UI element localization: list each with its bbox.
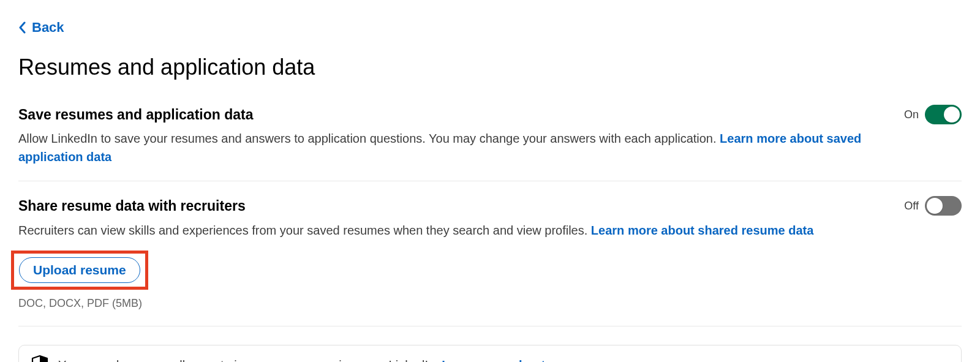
share-desc-text: Recruiters can view skills and experienc… xyxy=(18,224,591,237)
upload-highlight-box: Upload resume xyxy=(11,251,148,290)
share-learn-more-link[interactable]: Learn more about shared resume data xyxy=(591,224,813,237)
share-toggle-label: Off xyxy=(904,198,919,214)
save-toggle-wrap: On xyxy=(904,105,962,124)
share-toggle-wrap: Off xyxy=(904,196,962,216)
section-save-resumes: Save resumes and application data Allow … xyxy=(18,105,962,181)
back-label: Back xyxy=(32,18,64,37)
share-toggle[interactable] xyxy=(925,196,962,216)
save-desc-text: Allow LinkedIn to save your resumes and … xyxy=(18,132,720,145)
info-text-body: Your saved resumes allow us to improve y… xyxy=(58,358,442,362)
share-section-desc: Recruiters can view skills and experienc… xyxy=(18,221,880,239)
info-banner: Your saved resumes allow us to improve y… xyxy=(18,345,962,362)
section-share-resume: Share resume data with recruiters Recrui… xyxy=(18,196,962,326)
file-type-hint: DOC, DOCX, PDF (5MB) xyxy=(18,296,962,311)
info-banner-text: Your saved resumes allow us to improve y… xyxy=(58,356,631,362)
save-section-desc: Allow LinkedIn to save your resumes and … xyxy=(18,129,880,166)
info-learn-more-link[interactable]: Learn more about resume usage xyxy=(442,358,631,362)
save-toggle-label: On xyxy=(904,107,919,123)
shield-icon xyxy=(31,355,48,362)
share-section-title: Share resume data with recruiters xyxy=(18,196,880,216)
chevron-left-icon xyxy=(18,21,27,34)
save-toggle[interactable] xyxy=(925,105,962,124)
toggle-knob xyxy=(944,107,960,123)
back-link[interactable]: Back xyxy=(18,18,64,37)
upload-resume-button[interactable]: Upload resume xyxy=(19,257,140,283)
save-section-title: Save resumes and application data xyxy=(18,105,880,124)
toggle-knob xyxy=(927,198,943,214)
page-title: Resumes and application data xyxy=(18,52,962,83)
